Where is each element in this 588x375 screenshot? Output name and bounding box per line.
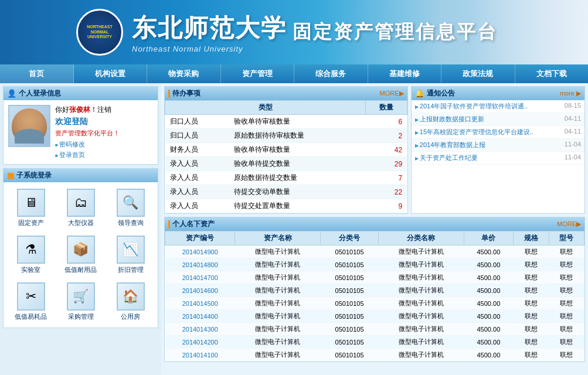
- asset-spec: 联想: [514, 336, 549, 349]
- assets-section: 个人名下资产 MORE▶ 资产编号资产名称分类号分类名称单价规格型号 20140…: [164, 217, 585, 362]
- asset-category: 微型电子计算机: [379, 297, 464, 310]
- notice-list: 2014年国子软件资产管理软件培训通..08-15上报财政数据接口更新04-11…: [412, 100, 584, 165]
- nav-item-2[interactable]: 物资采购: [147, 64, 221, 83]
- notice-date-4: 11-04: [565, 154, 581, 162]
- asset-price: 4500.00: [464, 323, 514, 336]
- username-link[interactable]: 张俊林: [69, 105, 90, 114]
- asset-id[interactable]: 2014014200: [165, 336, 235, 349]
- todo-table: 类型 数量 归口人员验收单待审核数量6归口人员原始数据待待审核数量2财务人员验收…: [165, 100, 407, 213]
- nav-item-4[interactable]: 综合服务: [294, 64, 368, 83]
- sys-icon-0: 🖥: [17, 189, 45, 217]
- subsystem-item-6[interactable]: ✂低值易耗品: [7, 279, 55, 324]
- nav-item-7[interactable]: 文档下载: [515, 64, 589, 83]
- avatar: [8, 105, 50, 147]
- nav-item-1[interactable]: 机构设置: [74, 64, 148, 83]
- assets-more-btn[interactable]: MORE▶: [557, 220, 581, 228]
- notice-link-0[interactable]: 2014年国子软件资产管理软件培训通..: [415, 102, 562, 111]
- asset-model: 联想: [549, 284, 584, 297]
- subsystem-item-1[interactable]: 🗂大型仪器: [57, 186, 104, 230]
- header: NORTHEASTNORMALUNIVERSITY 东北师范大学 Northea…: [0, 0, 588, 64]
- assets-row: 2014014300微型电子计算机05010105微型电子计算机4500.00联…: [165, 323, 584, 336]
- notice-more-btn[interactable]: more ▶: [560, 90, 581, 97]
- platform-link[interactable]: 资产管理数字化平台！: [55, 129, 153, 138]
- sys-label-2: 领导查询: [118, 219, 144, 227]
- asset-price: 4500.00: [464, 284, 514, 297]
- password-change-link[interactable]: 密码修改: [55, 140, 153, 149]
- asset-spec: 联想: [514, 284, 549, 297]
- grid-icon: ▦: [7, 171, 14, 180]
- todo-type: 归口人员: [165, 115, 230, 129]
- asset-spec: 联想: [514, 349, 549, 362]
- welcome-line: 你好张俊林！注销: [55, 105, 153, 115]
- subsystem-item-7[interactable]: 🛒采购管理: [57, 279, 104, 324]
- sys-icon-2: 🔍: [117, 189, 145, 217]
- notice-link-1[interactable]: 上报财政数据接口更新: [415, 115, 562, 124]
- asset-price: 4500.00: [464, 310, 514, 323]
- asset-id[interactable]: 2014014300: [165, 323, 235, 336]
- personal-info-section: 👤 个人登录信息 你好张俊林！注销 欢迎登陆 资产管理数字化平台！ 密码修改: [3, 86, 158, 165]
- asset-price: 4500.00: [464, 258, 514, 271]
- university-logo: NORTHEASTNORMALUNIVERSITY: [76, 9, 123, 56]
- asset-id[interactable]: 2014014600: [165, 284, 235, 297]
- sys-icon-7: 🛒: [67, 282, 95, 311]
- sys-icon-4: 📦: [67, 236, 95, 264]
- todo-desc: 验收单待审核数量: [229, 115, 366, 129]
- sys-icon-3: ⚗: [17, 236, 45, 264]
- assets-title: 个人名下资产: [168, 219, 215, 229]
- sys-label-8: 公用房: [121, 312, 140, 321]
- assets-row: 2014014800微型电子计算机05010105微型电子计算机4500.00联…: [165, 258, 584, 271]
- notice-title: 🔔 通知公告: [415, 88, 455, 98]
- notice-link-4[interactable]: 关于资产处工作纪要: [415, 154, 562, 162]
- assets-row: 2014014400微型电子计算机05010105微型电子计算机4500.00联…: [165, 310, 584, 323]
- asset-price: 4500.00: [464, 246, 514, 258]
- notice-header: 🔔 通知公告 more ▶: [412, 87, 584, 100]
- asset-name: 微型电子计算机: [235, 284, 320, 297]
- asset-code: 05010105: [320, 258, 379, 271]
- todo-row: 录入人员待提交处置单数量9: [165, 199, 407, 213]
- subsystem-item-3[interactable]: ⚗实验室: [7, 233, 55, 277]
- asset-id[interactable]: 2014014800: [165, 258, 235, 271]
- todo-desc: 验收单待审核数量: [229, 143, 366, 157]
- assets-col-5: 规格: [514, 231, 549, 246]
- asset-spec: 联想: [514, 246, 549, 258]
- asset-id[interactable]: 2014014700: [165, 271, 235, 284]
- todo-type: 录入人员: [165, 199, 230, 213]
- asset-code: 05010105: [320, 246, 379, 258]
- asset-id[interactable]: 2014014100: [165, 349, 235, 362]
- subsystem-title: 子系统登录: [16, 171, 52, 180]
- asset-price: 4500.00: [464, 336, 514, 349]
- avatar-image: [12, 108, 47, 144]
- todo-more-btn[interactable]: MORE▶: [380, 90, 404, 97]
- notice-date-0: 08-15: [565, 102, 581, 111]
- sys-label-4: 低值耐用品: [64, 265, 97, 274]
- login-home-link[interactable]: 登录首页: [55, 151, 153, 159]
- todo-header: 待办事项 MORE▶: [165, 87, 407, 100]
- university-name-english: Northeast Normal University: [132, 45, 287, 53]
- asset-id[interactable]: 2014014500: [165, 297, 235, 310]
- personal-info-title: 个人登录信息: [19, 88, 61, 98]
- nav-item-6[interactable]: 政策法规: [441, 64, 515, 83]
- asset-name: 微型电子计算机: [235, 310, 320, 323]
- notice-link-3[interactable]: 2014年教育部数据上报: [415, 141, 562, 149]
- subsystem-item-2[interactable]: 🔍领导查询: [107, 186, 154, 230]
- asset-price: 4500.00: [464, 349, 514, 362]
- subsystem-item-4[interactable]: 📦低值耐用品: [57, 233, 104, 277]
- title-bar-decoration: [168, 90, 170, 98]
- todo-desc: 验收单待提交数量: [229, 157, 366, 171]
- asset-category: 微型电子计算机: [379, 349, 464, 362]
- welcome-big[interactable]: 欢迎登陆: [55, 117, 153, 127]
- nav-item-0[interactable]: 首页: [0, 64, 74, 83]
- content-area: 待办事项 MORE▶ 类型 数量 归口人员验收单待审核数量6归口人员原始数据待待…: [161, 83, 588, 375]
- asset-id[interactable]: 2014014400: [165, 310, 235, 323]
- nav-item-5[interactable]: 基建维修: [368, 64, 442, 83]
- notice-link-2[interactable]: 15年高校固定资产管理信息化平台建设..: [415, 128, 562, 137]
- subsystem-item-0[interactable]: 🖥固定资产: [7, 186, 55, 230]
- sidebar: 👤 个人登录信息 你好张俊林！注销 欢迎登陆 资产管理数字化平台！ 密码修改: [0, 83, 161, 375]
- asset-model: 联想: [549, 349, 584, 362]
- asset-id[interactable]: 2014014900: [165, 246, 235, 258]
- subsystem-item-8[interactable]: 🏠公用房: [107, 279, 154, 324]
- subsystem-item-5[interactable]: 📉折旧管理: [107, 233, 154, 277]
- assets-header: 个人名下资产 MORE▶: [165, 217, 584, 231]
- nav-item-3[interactable]: 资产管理: [221, 64, 295, 83]
- sys-icon-6: ✂: [17, 282, 45, 311]
